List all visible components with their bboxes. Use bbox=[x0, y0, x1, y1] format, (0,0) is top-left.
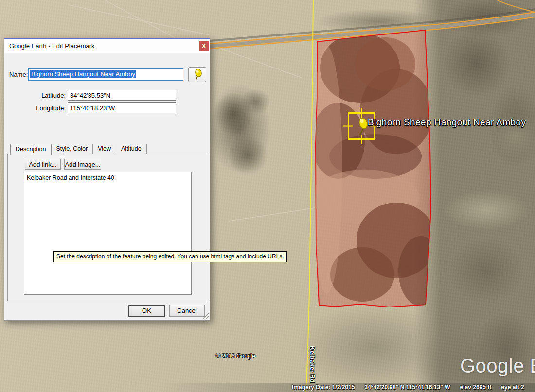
longitude-label: Longitude: bbox=[24, 104, 66, 112]
status-elevation: elev 2695 ft bbox=[460, 384, 492, 391]
tab-view[interactable]: View bbox=[93, 144, 116, 154]
tab-altitude[interactable]: Altitude bbox=[116, 144, 147, 154]
pushpin-icon bbox=[192, 69, 203, 81]
change-icon-button[interactable] bbox=[188, 67, 206, 82]
name-input[interactable]: Bighorn Sheep Hangout Near Amboy bbox=[28, 68, 183, 81]
latitude-input[interactable] bbox=[68, 90, 176, 101]
edit-placemark-dialog: Google Earth - Edit Placemark x Name: Bi… bbox=[4, 38, 210, 321]
tab-bar: Description Style, Color View Altitude bbox=[10, 144, 147, 154]
dialog-title: Google Earth - Edit Placemark bbox=[9, 39, 95, 53]
tab-description[interactable]: Description bbox=[10, 144, 52, 155]
tab-style-color[interactable]: Style, Color bbox=[52, 144, 93, 154]
red-polygon-region[interactable] bbox=[310, 30, 443, 307]
tooltip: Set the description of the feature being… bbox=[54, 251, 287, 262]
add-link-button[interactable]: Add link... bbox=[25, 159, 61, 170]
cancel-button[interactable]: Cancel bbox=[169, 305, 205, 317]
road-label-kelbaker: Kelbaker Rd bbox=[309, 346, 316, 383]
status-bar: Imagery Date: 1/2/201534°42'20.98" N 115… bbox=[0, 383, 535, 392]
ok-button[interactable]: OK bbox=[128, 305, 165, 317]
kelbaker-road-line bbox=[306, 0, 313, 392]
name-label: Name: bbox=[9, 71, 28, 78]
close-icon: x bbox=[202, 42, 206, 49]
dialog-titlebar[interactable]: Google Earth - Edit Placemark x bbox=[4, 39, 210, 53]
google-earth-logo: Google E bbox=[460, 355, 535, 377]
longitude-input[interactable] bbox=[68, 102, 176, 113]
status-eye-altitude: eye alt 2 bbox=[501, 384, 524, 391]
add-image-button[interactable]: Add image... bbox=[64, 159, 101, 170]
google-earth-screen: Bighorn Sheep Hangout Near Amboy Kelbake… bbox=[0, 0, 535, 392]
placemark-label: Bighorn Sheep Hangout Near Amboy bbox=[368, 117, 526, 128]
description-textarea[interactable]: Kelbaker Road and Interstate 40 bbox=[24, 172, 192, 295]
status-coordinates: 34°42'20.98" N 115°41'16.13" W bbox=[364, 384, 450, 391]
latitude-label: Latitude: bbox=[24, 92, 66, 99]
status-imagery-date: Imagery Date: 1/2/2015 bbox=[292, 384, 355, 391]
status-bar-text: Imagery Date: 1/2/201534°42'20.98" N 115… bbox=[292, 383, 534, 392]
close-button[interactable]: x bbox=[199, 41, 209, 51]
name-input-selected-text: Bighorn Sheep Hangout Near Amboy bbox=[30, 70, 136, 78]
map-copyright: © 2016 Google bbox=[216, 353, 255, 359]
